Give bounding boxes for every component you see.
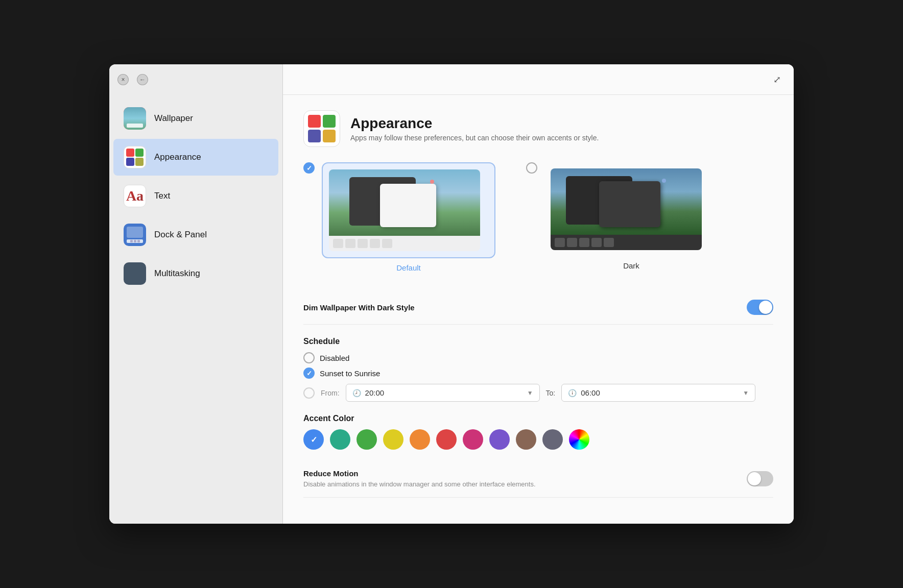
time-row: From: 🕗 20:00 ▼ To: 🕕 06:00 ▼ [303,384,773,402]
to-time-input[interactable]: 🕕 06:00 ▼ [561,384,755,402]
page-title-area: Appearance Apps may follow these prefere… [350,115,599,142]
sidebar-item-label-dock: Dock & Panel [154,230,207,240]
from-label: From: [321,389,340,397]
schedule-disabled-label: Disabled [320,354,349,362]
theme-radio-default[interactable] [303,162,315,174]
sidebar-item-label-wallpaper: Wallpaper [154,113,193,124]
accent-blue[interactable] [303,429,324,450]
close-button[interactable]: × [117,74,129,85]
wallpaper-icon [124,107,146,130]
time-custom-radio[interactable] [303,387,315,399]
color-swatches [303,429,773,450]
accent-rainbow[interactable] [569,429,589,450]
reduce-motion-row: Reduce Motion Disable animations in the … [303,460,773,498]
schedule-disabled-radio[interactable] [303,352,315,363]
accent-yellow[interactable] [383,429,403,450]
expand-button[interactable]: ⤢ [770,73,783,86]
theme-selector: Default [303,162,773,272]
accent-green[interactable] [357,429,377,450]
sidebar-item-label-multitasking: Multitasking [154,268,200,279]
sidebar-titlebar: × ← [109,64,282,95]
theme-radio-dark[interactable] [526,162,537,174]
dim-wallpaper-row: Dim Wallpaper With Dark Style [303,290,773,325]
dock-icon [124,224,146,246]
accent-brown[interactable] [516,429,536,450]
reduce-motion-desc: Disable animations in the window manager… [303,480,536,488]
from-time-value: 20:00 [365,388,523,397]
settings-window: × ← Wallpaper [109,64,794,524]
schedule-sunset-label: Sunset to Sunrise [320,369,380,378]
accent-teal[interactable] [330,429,350,450]
theme-option-default[interactable]: Default [303,162,495,272]
theme-option-dark[interactable]: Dark [526,162,718,272]
sidebar-item-text[interactable]: Aa Text [113,178,278,214]
sidebar-item-dock[interactable]: Dock & Panel [113,216,278,253]
page-subtitle: Apps may follow these preferences, but c… [350,134,599,142]
from-time-arrow: ▼ [527,389,533,397]
text-icon: Aa [124,185,146,207]
sidebar: × ← Wallpaper [109,64,283,524]
reduce-motion-toggle[interactable] [747,471,773,486]
dim-wallpaper-label: Dim Wallpaper With Dark Style [303,303,415,312]
accent-purple[interactable] [489,429,510,450]
to-time-arrow: ▼ [743,389,749,397]
page-header: Appearance Apps may follow these prefere… [303,110,773,147]
theme-label-dark: Dark [623,261,639,270]
schedule-sunset-option[interactable]: Sunset to Sunrise [303,368,773,379]
sidebar-item-multitasking[interactable]: Multitasking [113,255,278,292]
schedule-disabled-option[interactable]: Disabled [303,352,773,363]
reduce-motion-text: Reduce Motion Disable animations in the … [303,469,536,488]
accent-gray[interactable] [542,429,563,450]
multitasking-icon [124,262,146,285]
theme-preview-dark [544,162,718,256]
accent-color-title: Accent Color [303,414,773,423]
schedule-title: Schedule [303,337,773,346]
to-time-value: 06:00 [581,388,739,397]
sidebar-item-label-appearance: Appearance [154,152,201,162]
theme-preview-default [322,162,495,258]
dim-wallpaper-toggle[interactable] [747,300,773,315]
accent-red[interactable] [436,429,457,450]
appearance-icon [124,146,146,168]
reduce-motion-label: Reduce Motion [303,469,359,478]
toggle-knob [759,301,772,314]
sidebar-nav: Wallpaper Appearance Aa [109,95,282,297]
main-titlebar: ⤢ [283,64,794,95]
main-content: ⤢ Appearance Apps may follow these prefe… [283,64,794,524]
page-icon [303,110,340,147]
schedule-section: Schedule Disabled Sunset to Sunrise From… [303,337,773,402]
main-body: Appearance Apps may follow these prefere… [283,95,794,524]
accent-orange[interactable] [410,429,430,450]
clock-from-icon: 🕗 [352,389,361,397]
clock-to-icon: 🕕 [568,389,577,397]
sidebar-item-label-text: Text [154,191,170,201]
accent-color-section: Accent Color [303,414,773,450]
from-time-input[interactable]: 🕗 20:00 ▼ [346,384,540,402]
page-title: Appearance [350,115,599,132]
theme-label-default: Default [396,263,421,272]
back-button[interactable]: ← [137,74,148,85]
sidebar-item-wallpaper[interactable]: Wallpaper [113,100,278,137]
reduce-motion-knob [748,472,761,485]
sidebar-item-appearance[interactable]: Appearance [113,139,278,176]
accent-pink[interactable] [463,429,483,450]
schedule-sunset-radio[interactable] [303,368,315,379]
to-label: To: [546,389,556,397]
